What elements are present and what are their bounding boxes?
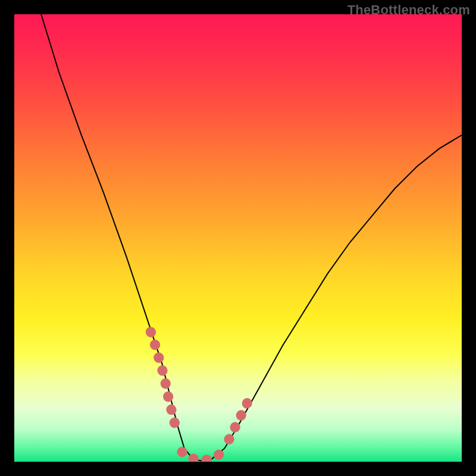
- left-marker: [151, 332, 177, 435]
- bottleneck-curve: [41, 14, 462, 461]
- curve-group: [41, 14, 462, 461]
- right-marker: [229, 399, 249, 440]
- chart-frame: [14, 14, 462, 462]
- marker-group: [151, 332, 249, 461]
- bottleneck-plot: [14, 14, 462, 462]
- watermark-text: TheBottleneck.com: [347, 2, 470, 18]
